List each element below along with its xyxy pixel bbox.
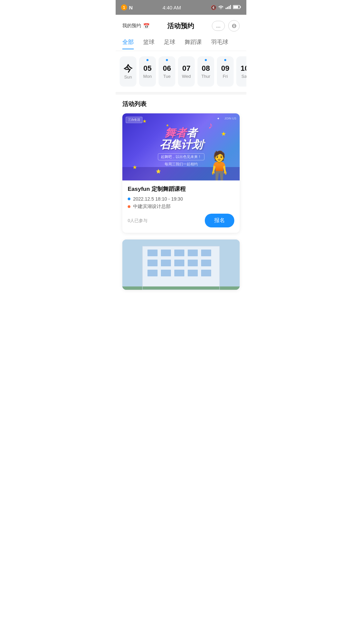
time-dot [128,198,130,200]
star-icon: ★ [221,130,226,138]
svg-rect-5 [240,6,241,8]
svg-rect-14 [147,260,158,266]
my-booking-link[interactable]: 我的预约 📅 [122,23,150,29]
banner-label-right: JOIN US [224,117,236,120]
calendar-day-number: 今 [124,63,132,74]
category-tabs: 全部 篮球 足球 舞蹈课 羽毛球 [116,36,246,51]
activity-card-dance: ★ ★ ★ ★ ⭐ ✦ ✦ 三办生活 JOIN US ♪ 舞者者 召集计划 起舞… [122,113,240,233]
time-label: 2022.12.5 18:10 - 19:30 [133,196,183,202]
calendar-day-label: Thur [201,74,210,79]
my-booking-label: 我的预约 [122,23,141,29]
activity-banner: ★ ★ ★ ★ ⭐ ✦ ✦ 三办生活 JOIN US ♪ 舞者者 召集计划 起舞… [122,113,240,180]
svg-rect-16 [174,260,184,266]
page-header: 我的预约 📅 活动预约 ... ⊖ [116,15,246,36]
status-left: 1 N [121,4,133,10]
calendar-strip: 今 Sun 05 Mon 06 Tue 07 Wed 08 Thur 09 Fr… [116,51,246,92]
activity-info: Easyfun 定制舞蹈课程 2022.12.5 18:10 - 19:30 中… [122,180,240,233]
svg-rect-6 [233,6,238,8]
svg-rect-11 [174,250,184,256]
building-svg [122,239,240,290]
location-label: 中建滨湖设计总部 [133,204,171,210]
tab-badminton[interactable]: 羽毛球 [211,38,228,49]
calendar-day-label: Fri [223,74,228,79]
activity-meta: 2022.12.5 18:10 - 19:30 中建滨湖设计总部 [128,196,234,210]
calendar-dot [166,59,168,61]
calendar-day-number: 06 [163,64,171,73]
banner-label: 三办生活 [126,117,142,123]
calendar-dot [146,59,148,61]
wifi-icon [218,5,224,10]
mute-icon: 🔇 [211,5,216,10]
calendar-day-05[interactable]: 05 Mon [139,56,156,87]
banner-tagline: 每周三我们一起相约 [158,162,204,167]
svg-rect-19 [147,270,158,276]
calendar-day-number: 09 [221,64,229,73]
tab-dance[interactable]: 舞蹈课 [185,38,202,49]
app-icon: N [129,5,133,10]
svg-rect-3 [230,5,231,9]
svg-rect-9 [147,250,158,256]
preview-banner [122,239,240,290]
calendar-day-label: Wed [182,74,191,79]
svg-rect-12 [188,250,198,256]
calendar-day-today[interactable]: 今 Sun [120,56,136,87]
calendar-day-label: Sat [241,74,246,79]
status-right: 🔇 [211,5,241,10]
header-actions: ... ⊖ [212,20,240,32]
more-button[interactable]: ... [212,21,225,31]
signal-icon [226,5,231,10]
close-button[interactable]: ⊖ [228,20,240,32]
tab-basketball[interactable]: 篮球 [143,38,155,49]
time-meta: 2022.12.5 18:10 - 19:30 [128,196,234,202]
calendar-day-number: 07 [182,64,190,73]
svg-rect-2 [229,6,230,9]
star-icon: ★ [132,164,137,170]
star-icon: ✦ [217,117,220,120]
calendar-icon: 📅 [143,23,150,29]
calendar-day-07[interactable]: 07 Wed [178,56,195,87]
calendar-day-number: 05 [143,64,152,73]
svg-rect-20 [161,270,171,276]
activity-list: 活动列表 ★ ★ ★ ★ ⭐ ✦ ✦ 三办生活 JOIN US ♪ 舞者者 召集… [116,95,246,302]
calendar-day-number: 10 [241,64,246,73]
calendar-day-06[interactable]: 06 Tue [159,56,175,87]
status-time: 4:40 AM [163,5,181,10]
svg-rect-13 [201,250,211,256]
tab-soccer[interactable]: 足球 [164,38,175,49]
calendar-day-label: Tue [163,74,171,79]
participants-count: 0人已参与 [128,218,147,224]
calendar-day-label: Mon [143,74,152,79]
banner-title-line2: 召集计划 [158,139,204,151]
svg-rect-1 [227,7,228,9]
location-dot [128,205,130,208]
calendar-day-number: 08 [202,64,210,73]
calendar-day-09[interactable]: 09 Fri [217,56,234,87]
page-title: 活动预约 [167,21,194,31]
calendar-dot [205,59,207,61]
register-button[interactable]: 报名 [205,214,234,227]
star-icon: ★ [142,118,147,124]
notification-badge: 1 [121,4,127,10]
location-meta: 中建滨湖设计总部 [128,204,234,210]
activity-footer: 0人已参与 报名 [128,214,234,227]
calendar-day-10[interactable]: 10 Sat [236,56,246,87]
battery-icon [233,5,241,10]
svg-rect-18 [201,260,211,266]
banner-title-line1: 舞者者 [158,127,204,139]
section-divider [116,92,246,95]
svg-rect-17 [188,260,198,266]
svg-rect-23 [201,270,211,276]
tab-all[interactable]: 全部 [122,38,134,49]
activity-name: Easyfun 定制舞蹈课程 [128,185,234,193]
character-figure: 🧍 [200,152,238,180]
calendar-day-08[interactable]: 08 Thur [197,56,214,87]
svg-rect-10 [161,250,171,256]
svg-rect-24 [122,286,240,290]
svg-rect-22 [188,270,198,276]
svg-rect-0 [226,8,227,9]
section-title: 活动列表 [122,100,240,108]
banner-subtitle: 起舞吧，以出色见未来！ [158,153,204,160]
calendar-dot [224,59,226,61]
activity-card-building[interactable] [122,239,240,290]
status-bar: 1 N 4:40 AM 🔇 [116,0,246,15]
